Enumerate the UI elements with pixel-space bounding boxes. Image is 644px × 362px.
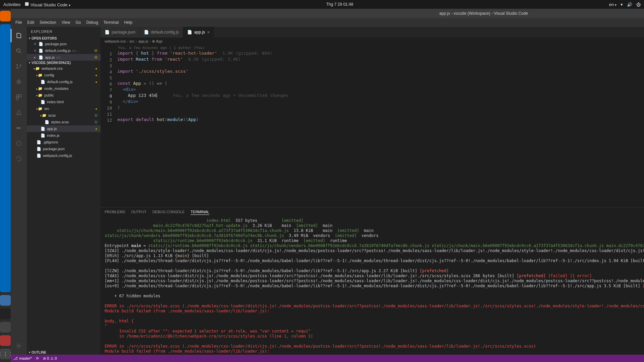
panel-tab-output[interactable]: Output bbox=[131, 210, 146, 215]
activity-more[interactable] bbox=[11, 152, 27, 166]
file-package-json[interactable]: 📄package.json bbox=[27, 145, 101, 152]
dock-vscode[interactable] bbox=[0, 24, 11, 292]
code-line[interactable]: App 123 456 You, a few seconds ago • Unc… bbox=[117, 93, 644, 99]
activity-docker[interactable] bbox=[11, 121, 27, 135]
dock-app-6[interactable] bbox=[0, 335, 11, 346]
svg-rect-10 bbox=[19, 127, 20, 128]
breadcrumb[interactable]: webpack-cra›src›app.js›⊕ App bbox=[101, 38, 644, 45]
code-line[interactable]: import { hot } from 'react-hot-loader' 1… bbox=[117, 50, 644, 56]
svg-point-0 bbox=[16, 49, 20, 52]
dock-terminal[interactable] bbox=[0, 308, 11, 319]
menu-terminal[interactable]: Terminal bbox=[102, 19, 121, 25]
activity-explorer[interactable] bbox=[11, 29, 27, 42]
open-editor-item[interactable]: ✕📄default.config.js co...M bbox=[27, 47, 101, 54]
branch-icon bbox=[15, 63, 22, 70]
breadcrumb-segment[interactable]: ⊕ App bbox=[152, 39, 162, 44]
code-line[interactable] bbox=[117, 74, 644, 80]
tab-package-json[interactable]: 📄package.json bbox=[101, 27, 140, 38]
folder-scss[interactable]: 📁scssU bbox=[27, 112, 101, 119]
activity-bar bbox=[11, 27, 27, 355]
status-errors[interactable]: ⊘ 0 ⚠ 0 bbox=[43, 356, 57, 361]
dock-files[interactable] bbox=[0, 295, 11, 306]
terminal-output[interactable]: index.html 557 bytes [emitted] main.dc22… bbox=[101, 217, 644, 355]
activity-scm[interactable] bbox=[11, 60, 27, 73]
file-webpack-config-js[interactable]: 📄webpack.config.js bbox=[27, 152, 101, 159]
code-line[interactable]: <div> bbox=[117, 86, 644, 93]
activity-extensions[interactable] bbox=[11, 90, 27, 104]
folder-config[interactable]: 📁config● bbox=[27, 72, 101, 78]
js-icon: 📄 bbox=[144, 30, 149, 35]
bug-icon bbox=[15, 78, 22, 85]
open-editor-item[interactable]: ✕📄package.json bbox=[27, 41, 101, 47]
network-icon[interactable]: ▾ bbox=[621, 2, 623, 7]
code-editor[interactable]: 123456789101112 You, a few minutes ago |… bbox=[101, 45, 644, 207]
clock[interactable]: Thg 7 29 01:48 bbox=[70, 2, 609, 7]
open-editor-item[interactable]: ●📄app.js srcM bbox=[27, 54, 101, 61]
folder-public[interactable]: 📁public bbox=[27, 92, 101, 99]
search-icon bbox=[15, 48, 22, 54]
dock-show-apps[interactable]: ⋮⋮⋮ bbox=[0, 349, 11, 359]
gear-icon bbox=[15, 343, 22, 349]
panel-tab-problems[interactable]: Problems bbox=[105, 210, 125, 215]
panel-tab-terminal[interactable]: Terminal bbox=[191, 210, 209, 215]
activity-search[interactable] bbox=[11, 44, 27, 58]
section-workspace[interactable]: vscode (Workspace) bbox=[27, 61, 101, 65]
dock-firefox[interactable] bbox=[0, 11, 11, 21]
status-sync[interactable]: ⟳ bbox=[36, 356, 39, 361]
code-line[interactable]: </div> bbox=[117, 99, 644, 105]
activity-test[interactable] bbox=[11, 106, 27, 119]
file-index-js[interactable]: 📄index.js bbox=[27, 132, 101, 139]
gnome-topbar: Activities Visual Studio Code Thg 7 29 0… bbox=[0, 0, 644, 9]
menu-view[interactable]: View bbox=[59, 19, 72, 25]
svg-point-11 bbox=[16, 141, 21, 145]
file-styles-scss[interactable]: 📄styles.scssU bbox=[27, 119, 101, 125]
activity-settings[interactable] bbox=[11, 339, 27, 353]
menu-selection[interactable]: Selection bbox=[38, 19, 58, 25]
input-lang[interactable]: en bbox=[609, 2, 616, 7]
code-line[interactable] bbox=[117, 62, 644, 68]
activities-button[interactable]: Activities bbox=[3, 2, 20, 7]
menu-file[interactable]: File bbox=[13, 19, 24, 25]
power-icon[interactable]: ⏻ bbox=[636, 2, 641, 7]
files-icon bbox=[16, 32, 22, 39]
section-open-editors[interactable]: Open Editors bbox=[27, 36, 101, 41]
svg-point-2 bbox=[16, 67, 17, 68]
menu-edit[interactable]: Edit bbox=[25, 19, 36, 25]
code-line[interactable]: ) bbox=[117, 105, 644, 111]
code-line[interactable]: import React from 'react' 8.5K (gzipped:… bbox=[117, 56, 644, 62]
sidebar-explorer: Explorer Open Editors ✕📄package.json✕📄de… bbox=[27, 27, 101, 355]
code-lens[interactable]: You, a few minutes ago | 1 author (You) bbox=[117, 45, 644, 50]
tab-app-js[interactable]: 📄app.js× bbox=[183, 27, 214, 38]
activity-debug[interactable] bbox=[11, 75, 27, 88]
file-default-config-js[interactable]: 📄default.config.js● bbox=[27, 78, 101, 85]
active-app[interactable]: Visual Studio Code bbox=[24, 2, 70, 7]
breadcrumb-segment[interactable]: src bbox=[129, 39, 135, 43]
status-branch[interactable]: ⎇ master* bbox=[13, 356, 32, 361]
folder-node_modules[interactable]: 📁node_modules bbox=[27, 85, 101, 92]
tab-close-icon[interactable]: × bbox=[207, 29, 210, 35]
breadcrumb-segment[interactable]: webpack-cra bbox=[105, 39, 125, 43]
activity-gitlens[interactable] bbox=[11, 137, 27, 150]
code-line[interactable]: export default hot(module)(App) bbox=[117, 117, 644, 123]
dock-app-5[interactable] bbox=[0, 322, 11, 333]
beaker-icon bbox=[15, 109, 22, 116]
volume-icon[interactable]: 🔊 bbox=[627, 2, 632, 7]
menu-help[interactable]: Help bbox=[122, 19, 135, 25]
code-line[interactable] bbox=[117, 111, 644, 117]
file-index-html[interactable]: 📄index.html bbox=[27, 99, 101, 105]
code-line[interactable]: const App = () => ( bbox=[117, 80, 644, 86]
line-gutter: 123456789101112 bbox=[101, 45, 117, 207]
folder-src[interactable]: 📁src● bbox=[27, 105, 101, 112]
menu-go[interactable]: Go bbox=[73, 19, 83, 25]
json-icon: 📄 bbox=[105, 30, 110, 35]
breadcrumb-segment[interactable]: app.js bbox=[138, 39, 148, 43]
code-content[interactable]: You, a few minutes ago | 1 author (You)i… bbox=[117, 45, 644, 207]
section-outline[interactable]: Outline bbox=[27, 350, 101, 355]
file-app-js[interactable]: 📄app.js● bbox=[27, 125, 101, 132]
tab-default-config-js[interactable]: 📄default.config.js bbox=[140, 27, 183, 38]
file--gitignore[interactable]: 📄.gitignore bbox=[27, 139, 101, 145]
code-line[interactable]: import './scss/styles.scss' bbox=[117, 68, 644, 74]
menu-debug[interactable]: Debug bbox=[84, 19, 100, 25]
panel-tab-debug-console[interactable]: Debug Console bbox=[152, 210, 184, 215]
folder-webpack-cra[interactable]: 📁webpack-cra● bbox=[27, 65, 101, 72]
